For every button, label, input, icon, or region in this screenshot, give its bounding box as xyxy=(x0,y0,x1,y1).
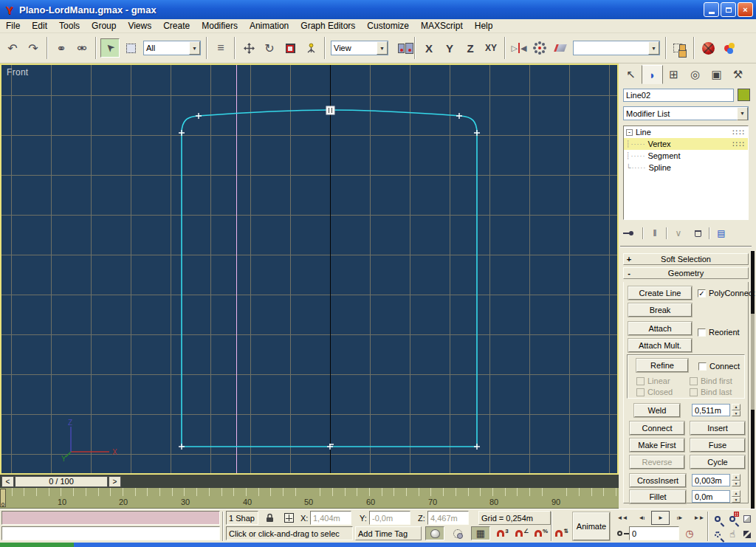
pan-button[interactable]: ☝ xyxy=(725,526,740,542)
selection-region-button[interactable] xyxy=(121,38,140,58)
go-to-start-button[interactable]: ◄◄ xyxy=(613,511,631,525)
attach-button[interactable]: Attach xyxy=(628,322,692,335)
configure-modifier-sets-button[interactable]: ▤ xyxy=(713,227,729,240)
zoom-extents-button[interactable] xyxy=(740,511,755,526)
fillet-field[interactable]: 0,0m xyxy=(692,490,730,503)
bind-first-checkbox[interactable]: Bind first xyxy=(690,376,732,385)
panel-scrollbar[interactable] xyxy=(751,251,755,509)
time-configuration-button[interactable]: ◷ xyxy=(682,526,697,540)
menu-create[interactable]: Create xyxy=(157,19,196,32)
front-viewport[interactable]: Front xyxy=(0,63,619,475)
menu-tools[interactable]: Tools xyxy=(53,19,86,32)
menu-edit[interactable]: Edit xyxy=(26,19,53,32)
select-by-name-button[interactable]: ≡ xyxy=(211,38,230,58)
crossinsert-spinner[interactable]: ▲▼ xyxy=(732,474,740,486)
refine-button[interactable]: Refine xyxy=(636,359,688,372)
previous-frame-button[interactable]: ◄ı xyxy=(632,511,650,525)
region-zoom-button[interactable] xyxy=(710,526,725,542)
closed-checkbox[interactable]: Closed xyxy=(636,388,673,396)
close-button[interactable]: × xyxy=(738,2,753,17)
connect-button[interactable]: Connect xyxy=(630,422,684,435)
time-slider-next-button[interactable]: > xyxy=(109,476,121,487)
crossinsert-button[interactable]: CrossInsert xyxy=(630,474,686,487)
stack-row-line[interactable]: - Line ∷∷ xyxy=(624,126,748,138)
zoom-all-button[interactable] xyxy=(725,511,740,526)
weld-spinner[interactable]: ▲▼ xyxy=(732,404,740,416)
absolute-mode-button[interactable] xyxy=(281,511,296,525)
spinner-snap-button[interactable]: ⇅ xyxy=(553,526,571,540)
current-frame-input[interactable] xyxy=(629,526,679,540)
tab-display[interactable]: ▣ xyxy=(706,65,727,84)
menu-help[interactable]: Help xyxy=(469,19,499,32)
maxscript-listener-input[interactable] xyxy=(1,526,220,540)
unlink-selection-button[interactable]: ⚮ xyxy=(72,38,92,58)
menu-graph-editors[interactable]: Graph Editors xyxy=(295,19,361,32)
undo-button[interactable]: ↶ xyxy=(3,38,22,58)
attach-mult-button[interactable]: Attach Mult. xyxy=(628,339,692,352)
show-end-result-button[interactable]: ‖ xyxy=(647,227,663,240)
reverse-button[interactable]: Reverse xyxy=(630,455,684,469)
angle-snap-button[interactable]: ∠ xyxy=(513,526,531,540)
make-unique-button[interactable]: ∨ xyxy=(670,227,687,240)
go-to-end-button[interactable]: ►► xyxy=(690,511,708,525)
reorient-checkbox[interactable]: Reorient xyxy=(698,328,740,337)
stack-row-spline[interactable]: └····· Spline xyxy=(624,162,748,173)
make-first-button[interactable]: Make First xyxy=(630,438,684,452)
use-pivot-center-button[interactable] xyxy=(391,38,410,58)
weld-threshold-field[interactable]: 0,511m xyxy=(692,404,730,416)
scrollbar-thumb[interactable] xyxy=(751,314,755,410)
restrict-z-button[interactable]: Z xyxy=(461,38,480,58)
snaps-toggle-button[interactable]: 3 xyxy=(494,526,512,540)
tab-create[interactable]: ↖ xyxy=(620,65,642,84)
spinner-down-icon[interactable]: ▼ xyxy=(732,410,740,417)
restore-button[interactable] xyxy=(721,2,736,17)
time-slider[interactable]: 0 / 100 xyxy=(15,476,108,487)
tab-hierarchy[interactable]: ⊞ xyxy=(663,65,684,84)
selection-lock-button[interactable] xyxy=(262,511,277,525)
menu-views[interactable]: Views xyxy=(122,19,157,32)
cycle-button[interactable]: Cycle xyxy=(690,455,745,469)
arc-rotate-button[interactable] xyxy=(740,526,755,542)
connect-checkbox[interactable]: Connect xyxy=(698,362,740,371)
rollout-soft-selection[interactable]: + Soft Selection xyxy=(623,253,749,265)
remove-modifier-button[interactable] xyxy=(690,227,706,240)
reference-coordinate-dropdown[interactable]: View ▼ xyxy=(331,41,388,55)
maxscript-listener-pink[interactable] xyxy=(1,511,220,525)
fillet-button[interactable]: Fillet xyxy=(630,490,686,503)
restrict-x-button[interactable]: X xyxy=(419,38,439,58)
bind-last-checkbox[interactable]: Bind last xyxy=(690,388,732,396)
linear-checkbox[interactable]: Linear xyxy=(636,376,670,385)
render-button[interactable] xyxy=(719,38,738,58)
polyconnect-checkbox[interactable]: ✓ PolyConnect xyxy=(698,289,755,297)
menu-file[interactable]: File xyxy=(0,19,26,32)
insert-button[interactable]: Insert xyxy=(690,422,745,435)
selection-filter-dropdown[interactable]: All ▼ xyxy=(143,41,201,55)
array-button[interactable] xyxy=(530,38,549,58)
weld-button[interactable]: Weld xyxy=(634,404,680,417)
time-slider-prev-button[interactable]: < xyxy=(1,476,14,487)
cube-toggle-button[interactable]: ▦ xyxy=(471,526,490,540)
break-button[interactable]: Break xyxy=(628,303,692,317)
menu-customize[interactable]: Customize xyxy=(361,19,415,32)
percent-snap-button[interactable]: % xyxy=(532,526,550,540)
add-time-tag[interactable]: Add Time Tag xyxy=(355,526,422,540)
minimize-button[interactable] xyxy=(704,2,719,17)
stack-row-vertex[interactable]: ┊····· Vertex ∷∷ xyxy=(624,138,748,150)
material-editor-button[interactable] xyxy=(698,38,718,58)
restrict-xy-button[interactable]: XY xyxy=(481,38,501,58)
edit-named-selections-button[interactable] xyxy=(670,38,690,58)
named-selection-sets-dropdown[interactable]: ▼ xyxy=(573,41,660,55)
crossinsert-field[interactable]: 0,003m xyxy=(692,474,730,486)
object-name-input[interactable] xyxy=(623,89,734,102)
pin-stack-button[interactable] xyxy=(623,227,639,240)
restrict-y-button[interactable]: Y xyxy=(440,38,459,58)
tab-utilities[interactable]: ⚒ xyxy=(727,65,749,84)
track-bar-frame-marker[interactable]: 0 xyxy=(0,489,6,507)
key-mode-button[interactable] xyxy=(613,526,626,540)
redo-button[interactable]: ↷ xyxy=(24,38,43,58)
align-button[interactable] xyxy=(551,38,570,58)
x-coord-field[interactable]: 1,404m xyxy=(310,511,351,525)
modifier-list-dropdown[interactable]: Modifier List ▼ xyxy=(623,106,749,120)
collapse-icon[interactable]: - xyxy=(626,129,633,136)
z-coord-field[interactable]: 4,467m xyxy=(427,511,469,525)
